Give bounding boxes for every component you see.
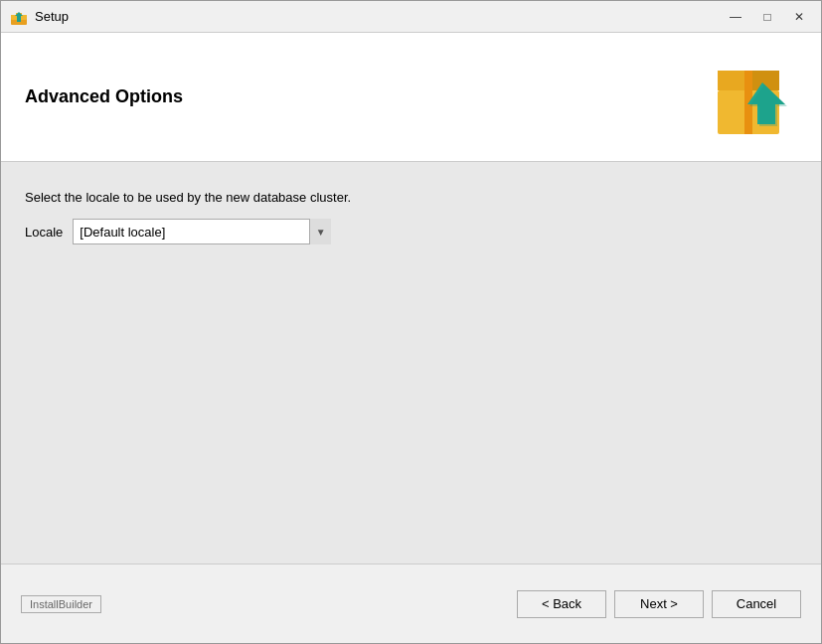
- installbuilder-brand: InstallBuilder: [21, 595, 101, 613]
- cancel-button[interactable]: Cancel: [712, 590, 801, 618]
- locale-select[interactable]: [Default locale]: [73, 219, 331, 244]
- window-title: Setup: [35, 9, 722, 24]
- locale-select-wrapper[interactable]: [Default locale] ▼: [73, 219, 331, 244]
- close-button[interactable]: ✕: [785, 6, 813, 28]
- setup-box-icon: [708, 53, 797, 142]
- content-area: Select the locale to be used by the new …: [1, 162, 821, 564]
- header-area: Advanced Options: [1, 33, 821, 162]
- footer: InstallBuilder < Back Next > Cancel: [1, 564, 821, 643]
- next-button[interactable]: Next >: [614, 590, 704, 618]
- setup-window: Setup — □ ✕ Advanced Options Select the …: [0, 0, 822, 644]
- locale-row: Locale [Default locale] ▼: [25, 219, 797, 244]
- content-description: Select the locale to be used by the new …: [25, 190, 797, 205]
- back-button[interactable]: < Back: [517, 590, 606, 618]
- title-bar-icon: [9, 7, 29, 27]
- footer-buttons: < Back Next > Cancel: [517, 590, 801, 618]
- svg-marker-6: [718, 71, 748, 90]
- svg-rect-4: [17, 16, 21, 22]
- locale-label: Locale: [25, 225, 63, 240]
- window-controls: — □ ✕: [722, 6, 813, 28]
- maximize-button[interactable]: □: [753, 6, 781, 28]
- title-bar: Setup — □ ✕: [1, 1, 821, 33]
- page-title: Advanced Options: [25, 86, 183, 107]
- minimize-button[interactable]: —: [722, 6, 749, 28]
